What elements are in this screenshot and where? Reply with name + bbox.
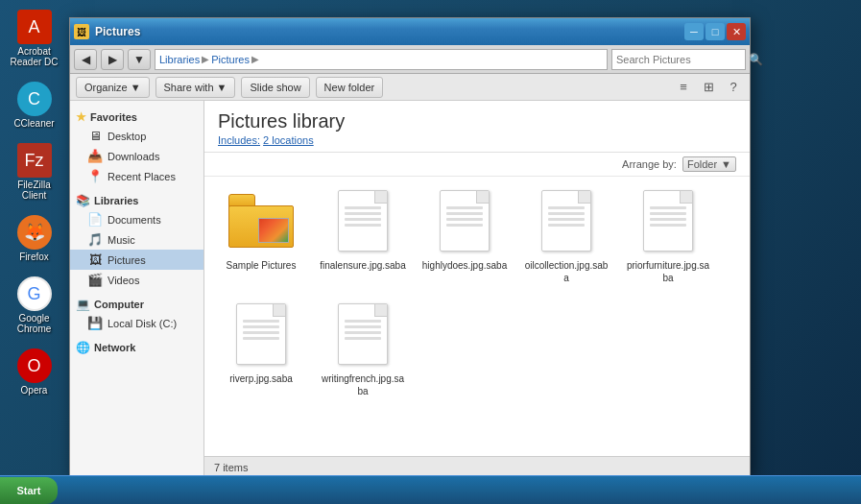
arrange-dropdown[interactable]: Folder ▼ <box>682 156 736 172</box>
folder-icon-wrapper <box>227 186 296 255</box>
sidebar-item-recent-places[interactable]: 📍 Recent Places <box>70 166 203 186</box>
help-button[interactable]: ? <box>723 78 744 97</box>
main-area: ★ Favorites 🖥 Desktop 📥 Downloads 📍 Rece… <box>70 101 750 477</box>
file-item-writingfrench[interactable]: writingfrench.jpg.saba <box>320 300 406 397</box>
sidebar-network-label: Network <box>94 342 135 353</box>
pictures-icon: 🖼 <box>87 252 103 267</box>
desktop-icon-acrobat[interactable]: A Acrobat Reader DC <box>8 10 60 67</box>
doc-icon-writingfrench <box>338 303 388 365</box>
library-title: Pictures library <box>218 110 736 132</box>
address-path[interactable]: Libraries ▶ Pictures ▶ <box>155 49 608 70</box>
desktop-icon-label-filezilla: FileZilla Client <box>8 180 60 201</box>
organize-arrow-icon: ▼ <box>131 82 141 93</box>
folder-icon-large <box>228 194 294 248</box>
start-button[interactable]: Start <box>0 477 58 504</box>
file-item-finalensure[interactable]: finalensure.jpg.saba <box>320 186 406 284</box>
sidebar-computer-header[interactable]: 💻 Computer <box>70 296 203 313</box>
file-name-riverp: riverp.jpg.saba <box>229 372 293 385</box>
sidebar-item-local-disk[interactable]: 💾 Local Disk (C:) <box>70 313 203 333</box>
sidebar-item-downloads[interactable]: 📥 Downloads <box>70 146 203 166</box>
sidebar-item-documents[interactable]: 📄 Documents <box>70 209 203 229</box>
folder-image-thumbnail <box>258 218 289 243</box>
desktop-icon-firefox[interactable]: 🦊 Firefox <box>8 215 60 262</box>
sidebar-pictures-label: Pictures <box>108 254 146 266</box>
sidebar-libraries-section: 📚 Libraries 📄 Documents 🎵 Music 🖼 Pictur… <box>70 192 203 290</box>
computer-icon: 💻 <box>76 298 90 311</box>
desktop-icon-opera[interactable]: O Opera <box>8 348 60 396</box>
status-items-count: 7 items <box>214 462 248 473</box>
recent-places-icon: 📍 <box>87 169 103 183</box>
taskbar: Start <box>0 475 861 504</box>
sidebar-item-music[interactable]: 🎵 Music <box>70 229 203 250</box>
desktop-sidebar-icon: 🖥 <box>87 129 103 143</box>
search-icon: 🔍 <box>749 53 763 66</box>
file-item-riverp[interactable]: riverp.jpg.saba <box>218 300 304 397</box>
doc-icon-wrapper-writingfrench <box>328 300 397 369</box>
search-box[interactable]: 🔍 <box>611 49 746 70</box>
sidebar-item-desktop[interactable]: 🖥 Desktop <box>70 126 203 146</box>
local-disk-icon: 💾 <box>87 316 103 330</box>
doc-icon-wrapper-highlydoes <box>430 186 499 255</box>
slide-show-button[interactable]: Slide show <box>241 77 309 98</box>
sidebar-favorites-header[interactable]: ★ Favorites <box>70 108 203 126</box>
sidebar-videos-label: Videos <box>108 275 139 286</box>
doc-icon-wrapper-priorfurniture <box>634 186 703 255</box>
downloads-sidebar-icon: 📥 <box>87 149 103 163</box>
sidebar-documents-label: Documents <box>108 214 161 226</box>
file-item-oilcollection[interactable]: oilcollection.jpg.saba <box>523 186 610 284</box>
file-item-priorfurniture[interactable]: priorfurniture.jpg.saba <box>625 186 711 284</box>
file-name-sample-pictures: Sample Pictures <box>227 259 297 272</box>
includes-label: Includes: <box>218 134 260 146</box>
back-button[interactable]: ◀ <box>74 49 97 70</box>
desktop-icon-ccleaner[interactable]: C CCleaner <box>8 82 60 129</box>
sidebar-computer-label: Computer <box>94 299 144 310</box>
share-with-button[interactable]: Share with ▼ <box>155 77 236 98</box>
sidebar-favorites-label: Favorites <box>90 111 137 123</box>
breadcrumb-pictures[interactable]: Pictures <box>211 54 250 65</box>
doc-icon-riverp <box>236 303 286 365</box>
sidebar-local-disk-label: Local Disk (C:) <box>108 318 177 329</box>
doc-icon-wrapper-oilcollection <box>532 186 601 255</box>
forward-button[interactable]: ▶ <box>101 49 124 70</box>
includes-value[interactable]: 2 locations <box>263 134 314 146</box>
organize-button[interactable]: Organize ▼ <box>76 77 150 98</box>
window-icon: 🖼 <box>74 24 89 39</box>
desktop-icon-filezilla[interactable]: Fz FileZilla Client <box>8 143 60 201</box>
sidebar-libraries-header[interactable]: 📚 Libraries <box>70 192 203 209</box>
window-controls: ─ □ ✕ <box>684 23 746 40</box>
sidebar-network-header[interactable]: 🌐 Network <box>70 339 203 356</box>
content-panel: Pictures library Includes: 2 locations A… <box>204 101 750 477</box>
close-button[interactable]: ✕ <box>727 23 746 40</box>
sidebar: ★ Favorites 🖥 Desktop 📥 Downloads 📍 Rece… <box>70 101 204 477</box>
libraries-folder-icon: 📚 <box>76 194 90 207</box>
details-view-button[interactable]: ⊞ <box>698 78 719 97</box>
desktop-icons-panel: A Acrobat Reader DC C CCleaner Fz FileZi… <box>8 10 60 396</box>
file-item-highlydoes[interactable]: highlydoes.jpg.saba <box>421 186 508 284</box>
doc-icon-highlydoes <box>440 190 490 252</box>
sidebar-libraries-label: Libraries <box>94 195 138 206</box>
sidebar-item-videos[interactable]: 🎬 Videos <box>70 270 203 290</box>
sidebar-computer-section: 💻 Computer 💾 Local Disk (C:) <box>70 296 203 333</box>
sidebar-network-section: 🌐 Network <box>70 339 203 356</box>
status-bar: 7 items <box>204 456 750 477</box>
search-input[interactable] <box>616 54 749 65</box>
file-item-sample-pictures[interactable]: Sample Pictures <box>218 186 304 284</box>
address-bar: ◀ ▶ ▼ Libraries ▶ Pictures ▶ 🔍 <box>70 45 750 74</box>
favorites-star-icon: ★ <box>76 110 86 124</box>
new-folder-button[interactable]: New folder <box>316 77 384 98</box>
sidebar-recent-label: Recent Places <box>108 171 176 182</box>
dropdown-button[interactable]: ▼ <box>128 49 151 70</box>
desktop-icon-label-firefox: Firefox <box>19 252 49 262</box>
desktop-icon-chrome[interactable]: G Google Chrome <box>8 276 60 334</box>
window-title: Pictures <box>95 25 140 38</box>
minimize-button[interactable]: ─ <box>684 23 704 40</box>
toolbar-right: ≡ ⊞ ? <box>673 78 744 97</box>
doc-icon-finalensure <box>338 190 388 252</box>
maximize-button[interactable]: □ <box>706 23 725 40</box>
breadcrumb-libraries[interactable]: Libraries <box>159 54 200 65</box>
arrange-bar: Arrange by: Folder ▼ <box>204 153 750 177</box>
desktop-icon-label-opera: Opera <box>21 385 48 396</box>
library-header: Pictures library Includes: 2 locations <box>204 101 750 153</box>
list-view-button[interactable]: ≡ <box>673 78 694 97</box>
sidebar-item-pictures[interactable]: 🖼 Pictures <box>70 250 203 270</box>
